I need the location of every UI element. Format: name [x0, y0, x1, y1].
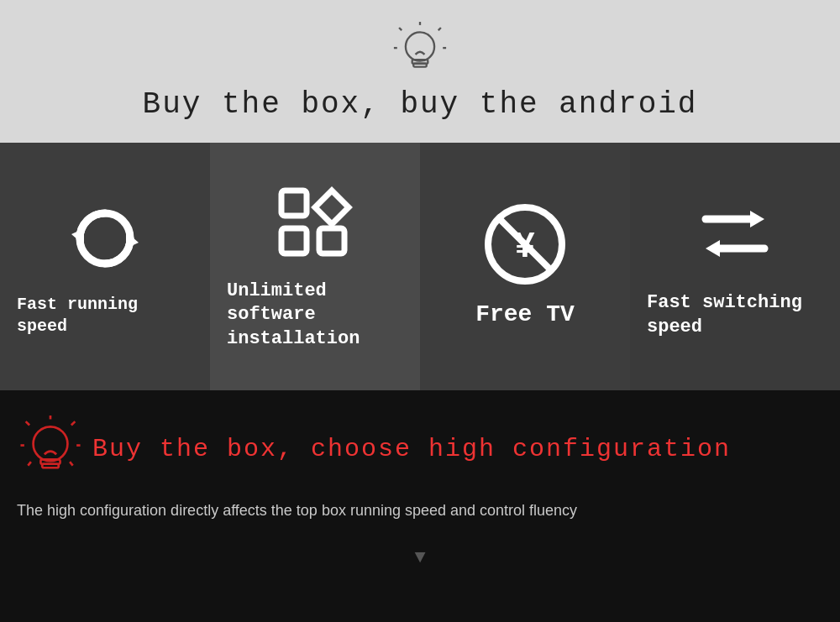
svg-point-25: [34, 426, 68, 461]
feature-card-fast-switching: Fast switching speed: [630, 143, 840, 390]
down-arrow-icon: ▼: [17, 547, 823, 568]
feature-label-free-tv: Free TV: [428, 300, 622, 330]
features-section: Fast running speed Unlimited software in…: [0, 143, 840, 390]
svg-line-24: [28, 462, 31, 465]
no-fee-icon: ¥: [483, 202, 567, 286]
svg-rect-12: [319, 228, 344, 254]
feature-card-fast-running: Fast running speed: [0, 143, 210, 390]
sync-icon: [63, 196, 147, 280]
svg-rect-7: [413, 63, 427, 66]
feature-label-unlimited-software: Unlimited software installation: [218, 280, 412, 352]
svg-line-21: [26, 421, 29, 425]
svg-line-19: [71, 421, 75, 425]
app-grid-icon: [273, 182, 357, 266]
bottom-header: Buy the box, choose high configuration: [17, 416, 731, 483]
svg-point-5: [406, 32, 434, 60]
bottom-section: Buy the box, choose high configuration T…: [0, 390, 840, 622]
svg-rect-10: [281, 191, 307, 216]
bottom-desc: The high configuration directly affects …: [17, 499, 577, 522]
svg-line-23: [70, 462, 73, 465]
svg-rect-27: [42, 464, 59, 468]
feature-card-unlimited-software: Unlimited software installation: [210, 143, 420, 390]
svg-rect-11: [281, 228, 307, 254]
svg-marker-17: [706, 240, 720, 257]
top-section: Buy the box, buy the android: [0, 0, 840, 143]
feature-label-fast-running: Fast running speed: [8, 294, 202, 337]
top-title: Buy the box, buy the android: [143, 87, 698, 122]
svg-line-1: [438, 28, 441, 30]
svg-line-3: [399, 28, 402, 30]
feature-label-fast-switching: Fast switching speed: [638, 291, 832, 339]
bulb-icon-bottom: [17, 416, 84, 483]
feature-card-free-tv: ¥ Free TV: [420, 143, 630, 390]
bulb-icon-top: [391, 22, 449, 81]
bottom-title: Buy the box, choose high configuration: [92, 435, 731, 463]
svg-marker-16: [750, 211, 764, 227]
switch-arrows-icon: [693, 194, 777, 278]
